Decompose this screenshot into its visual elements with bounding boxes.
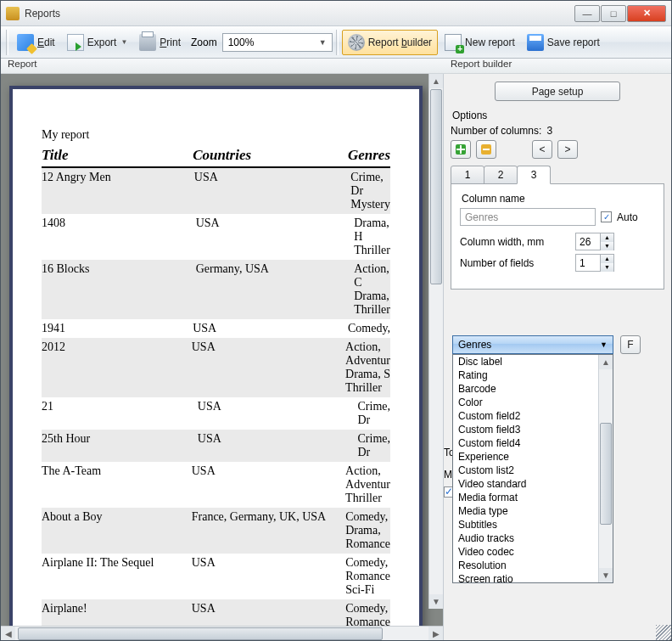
prev-column-button[interactable]: < — [532, 140, 552, 159]
remove-column-button[interactable] — [476, 140, 496, 159]
combo-option[interactable]: Custom field3 — [453, 423, 598, 436]
scroll-down-icon[interactable]: ▼ — [429, 594, 443, 609]
page-setup-button[interactable]: Page setup — [495, 82, 620, 101]
cell-title: 25th Hour — [42, 432, 198, 459]
combo-option[interactable]: Custom list2 — [453, 464, 598, 477]
field-combo[interactable]: Genres ▼ Disc labelRatingBarcodeColorCus… — [452, 335, 613, 583]
column-width-spinner[interactable]: ▲▼ — [575, 233, 614, 250]
field-combo-selected: Genres — [458, 339, 491, 351]
combo-option[interactable]: Color — [453, 396, 598, 409]
chevron-down-icon: ▼ — [120, 38, 127, 46]
table-row: 1941USAComedy, — [42, 319, 390, 338]
cell-title: 1941 — [42, 322, 193, 335]
new-report-button[interactable]: New report — [440, 30, 520, 55]
preview-horizontal-scrollbar[interactable]: ◀ ▶ — [1, 626, 443, 640]
print-icon — [139, 34, 156, 51]
field-format-button[interactable]: F — [620, 335, 641, 354]
chevron-down-icon: ▼ — [600, 340, 608, 349]
cell-genres: Crime, Dr — [358, 432, 391, 459]
num-fields-label: Number of fields — [460, 257, 570, 269]
main-toolbar: Edit Export ▼ Print Zoom 100% ▼ Report b… — [1, 26, 671, 59]
report-page: My report Title Countries Genres 12 Angr… — [9, 86, 423, 626]
app-icon — [6, 7, 20, 20]
cell-title: 2012 — [42, 340, 192, 395]
cell-countries: USA — [198, 400, 358, 427]
next-column-button[interactable]: > — [557, 140, 578, 159]
spin-down-icon[interactable]: ▼ — [601, 263, 613, 272]
field-combo-list[interactable]: Disc labelRatingBarcodeColorCustom field… — [452, 354, 613, 583]
combo-option[interactable]: Custom field2 — [453, 409, 598, 423]
chevron-down-icon: ▼ — [319, 38, 327, 47]
cell-genres: Action, C Drama, Thriller — [354, 262, 390, 317]
window-close-button[interactable]: ✕ — [627, 5, 666, 22]
tab-1[interactable]: 1 — [451, 166, 484, 184]
tab-2[interactable]: 2 — [484, 166, 518, 184]
window-title: Reports — [25, 8, 574, 20]
combo-option[interactable]: Resolution — [453, 559, 598, 572]
zoom-combo[interactable]: 100% ▼ — [222, 33, 333, 52]
combo-option[interactable]: Disc label — [453, 355, 598, 368]
spin-up-icon[interactable]: ▲ — [601, 255, 613, 263]
builder-pane-label: Report builder — [444, 59, 671, 73]
save-report-button[interactable]: Save report — [522, 30, 605, 55]
combo-option[interactable]: Video codec — [453, 545, 598, 559]
scroll-thumb[interactable] — [600, 423, 612, 525]
window-minimize-button[interactable]: — — [574, 5, 600, 22]
add-column-button[interactable] — [451, 140, 471, 159]
spin-up-icon[interactable]: ▲ — [601, 233, 613, 242]
save-icon — [527, 34, 544, 51]
scroll-thumb[interactable] — [18, 627, 383, 640]
scroll-thumb[interactable] — [430, 89, 442, 284]
combo-option[interactable]: Media type — [453, 504, 598, 518]
column-name-input[interactable] — [460, 208, 596, 226]
cell-genres: Action, Adventur Thriller — [345, 464, 390, 505]
combo-option[interactable]: Media format — [453, 491, 598, 504]
report-pane-label: Report — [1, 59, 444, 73]
tab-3[interactable]: 3 — [517, 166, 551, 184]
window-maximize-button[interactable]: □ — [601, 5, 626, 22]
combo-option[interactable]: Experience — [453, 450, 598, 464]
combo-option[interactable]: Video standard — [453, 477, 598, 491]
auto-label: Auto — [617, 211, 638, 223]
export-button[interactable]: Export ▼ — [62, 30, 133, 55]
print-button[interactable]: Print — [134, 30, 186, 55]
combo-option[interactable]: Barcode — [453, 382, 598, 396]
column-name-label: Column name — [462, 193, 655, 205]
cell-countries: USA — [192, 556, 345, 597]
combo-option[interactable]: Custom field4 — [453, 436, 598, 450]
combo-option[interactable]: Subtitles — [453, 518, 598, 531]
cell-genres: Comedy, — [348, 322, 390, 335]
new-report-icon — [445, 34, 462, 51]
combo-option[interactable]: Screen ratio — [453, 572, 598, 583]
col-header-countries: Countries — [193, 147, 348, 164]
table-row: 12 Angry MenUSACrime, Dr Mystery — [42, 168, 390, 214]
scroll-up-icon[interactable]: ▲ — [429, 74, 443, 88]
scroll-down-icon[interactable]: ▼ — [599, 568, 613, 582]
combo-option[interactable]: Rating — [453, 368, 598, 382]
report-builder-button[interactable]: Report builder — [342, 30, 438, 55]
cell-title: 12 Angry Men — [42, 171, 194, 211]
spin-down-icon[interactable]: ▼ — [601, 242, 613, 250]
edit-button[interactable]: Edit — [12, 30, 60, 55]
list-scrollbar[interactable]: ▲ ▼ — [598, 355, 613, 582]
scroll-up-icon[interactable]: ▲ — [599, 355, 613, 369]
table-row: 21USACrime, Dr — [42, 397, 390, 430]
table-row: 2012USAAction, Adventur Drama, S Thrille… — [42, 338, 390, 397]
cell-title: 1408 — [42, 216, 196, 257]
resize-grip[interactable] — [656, 625, 671, 640]
table-row: 16 BlocksGermany, USAAction, C Drama, Th… — [42, 260, 390, 319]
num-fields-spinner[interactable]: ▲▼ — [575, 254, 614, 272]
zoom-value: 100% — [228, 37, 255, 48]
cell-title: 21 — [42, 400, 198, 427]
auto-checkbox[interactable]: ✓ — [601, 211, 612, 222]
gear-icon — [348, 34, 365, 51]
combo-option[interactable]: Audio tracks — [453, 531, 598, 545]
preview-vertical-scrollbar[interactable]: ▲ ▼ — [428, 74, 443, 609]
cell-title: Airplane! — [42, 602, 192, 626]
scroll-left-icon[interactable]: ◀ — [1, 627, 15, 641]
num-columns-value: 3 — [546, 125, 552, 137]
table-row: Airplane!USAComedy, Romance — [42, 599, 390, 626]
cell-title: About a Boy — [42, 510, 192, 551]
scroll-right-icon[interactable]: ▶ — [428, 627, 443, 641]
report-builder-pane: Page setup Options Number of columns: 3 — [444, 74, 671, 640]
